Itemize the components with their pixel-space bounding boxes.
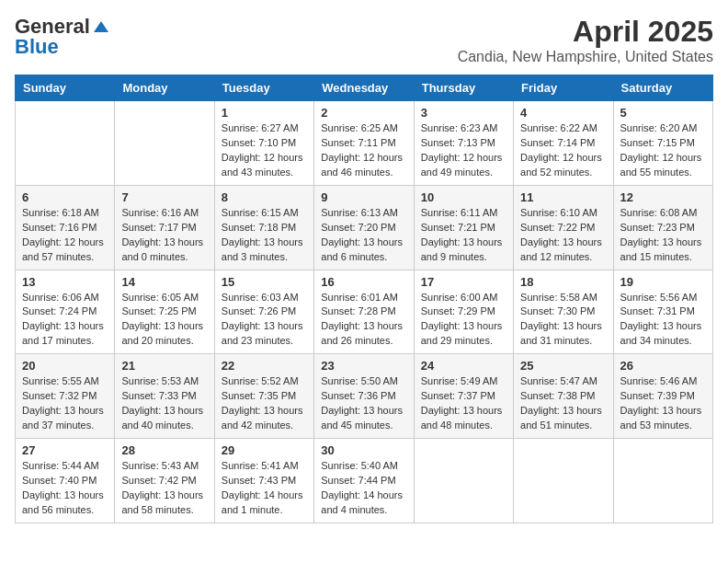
cell-content: Sunrise: 5:52 AMSunset: 7:35 PMDaylight:…	[222, 374, 307, 433]
calendar-cell: 5Sunrise: 6:20 AMSunset: 7:15 PMDaylight…	[613, 101, 712, 186]
cell-line: Daylight: 12 hours and 49 minutes.	[421, 151, 506, 180]
cell-content: Sunrise: 5:44 AMSunset: 7:40 PMDaylight:…	[22, 459, 108, 518]
cell-line: Sunrise: 6:23 AM	[421, 121, 506, 136]
day-number: 11	[520, 190, 606, 204]
cell-line: Sunset: 7:16 PM	[22, 221, 108, 236]
calendar-cell: 11Sunrise: 6:10 AMSunset: 7:22 PMDayligh…	[514, 185, 613, 270]
cell-line: Sunset: 7:14 PM	[520, 136, 606, 151]
day-number: 19	[620, 275, 706, 289]
day-number: 25	[520, 359, 606, 373]
day-number: 1	[222, 106, 307, 120]
day-number: 18	[520, 275, 606, 289]
cell-line: Sunrise: 6:08 AM	[620, 206, 706, 221]
cell-line: Daylight: 13 hours and 23 minutes.	[222, 319, 307, 349]
cell-line: Daylight: 13 hours and 53 minutes.	[620, 404, 706, 433]
day-number: 13	[22, 275, 108, 289]
calendar-cell	[613, 439, 712, 523]
cell-line: Daylight: 12 hours and 52 minutes.	[520, 151, 606, 180]
cell-content: Sunrise: 6:05 AMSunset: 7:25 PMDaylight:…	[121, 291, 207, 350]
cell-line: Sunset: 7:32 PM	[22, 389, 108, 404]
calendar-cell: 3Sunrise: 6:23 AMSunset: 7:13 PMDaylight…	[414, 101, 513, 186]
cell-line: Sunset: 7:28 PM	[321, 304, 406, 319]
cell-line: Sunset: 7:13 PM	[421, 136, 506, 151]
cell-content: Sunrise: 6:23 AMSunset: 7:13 PMDaylight:…	[421, 121, 506, 180]
cell-line: Daylight: 13 hours and 15 minutes.	[620, 236, 706, 265]
day-number: 10	[421, 190, 506, 204]
calendar-cell: 21Sunrise: 5:53 AMSunset: 7:33 PMDayligh…	[115, 354, 214, 439]
cell-line: Daylight: 12 hours and 43 minutes.	[222, 151, 307, 180]
cell-line: Daylight: 13 hours and 45 minutes.	[321, 404, 406, 433]
cell-line: Daylight: 13 hours and 31 minutes.	[520, 319, 606, 349]
calendar-cell: 30Sunrise: 5:40 AMSunset: 7:44 PMDayligh…	[314, 439, 414, 523]
day-number: 7	[121, 190, 207, 204]
day-number: 12	[620, 190, 706, 204]
cell-content: Sunrise: 5:53 AMSunset: 7:33 PMDaylight:…	[121, 374, 207, 433]
cell-line: Daylight: 13 hours and 34 minutes.	[620, 319, 706, 349]
day-number: 20	[22, 359, 108, 373]
cell-line: Sunset: 7:37 PM	[421, 389, 506, 404]
cell-line: Sunset: 7:35 PM	[222, 389, 307, 404]
day-number: 2	[321, 106, 406, 120]
cell-line: Sunset: 7:38 PM	[520, 389, 606, 404]
cell-line: Sunset: 7:11 PM	[321, 136, 406, 151]
cell-content: Sunrise: 5:43 AMSunset: 7:42 PMDaylight:…	[121, 459, 207, 518]
page-subtitle: Candia, New Hampshire, United States	[458, 49, 713, 65]
cell-line: Sunrise: 5:43 AM	[121, 459, 207, 474]
cell-line: Sunrise: 5:52 AM	[222, 374, 307, 389]
day-number: 17	[421, 275, 506, 289]
cell-line: Sunrise: 5:53 AM	[121, 374, 207, 389]
cell-line: Daylight: 13 hours and 29 minutes.	[421, 319, 506, 349]
calendar-cell: 13Sunrise: 6:06 AMSunset: 7:24 PMDayligh…	[16, 270, 115, 354]
cell-content: Sunrise: 6:01 AMSunset: 7:28 PMDaylight:…	[321, 291, 406, 350]
calendar-cell: 25Sunrise: 5:47 AMSunset: 7:38 PMDayligh…	[514, 354, 613, 439]
cell-line: Sunrise: 5:41 AM	[222, 459, 307, 474]
weekday-header: Thursday	[414, 75, 513, 101]
title-block: April 2025 Candia, New Hampshire, United…	[458, 15, 713, 65]
calendar-cell: 15Sunrise: 6:03 AMSunset: 7:26 PMDayligh…	[214, 270, 313, 354]
cell-content: Sunrise: 5:40 AMSunset: 7:44 PMDaylight:…	[321, 459, 406, 518]
cell-line: Sunset: 7:42 PM	[121, 474, 207, 488]
page-header: General Blue April 2025 Candia, New Hamp…	[15, 15, 713, 65]
cell-content: Sunrise: 5:41 AMSunset: 7:43 PMDaylight:…	[222, 459, 307, 518]
cell-line: Sunrise: 5:47 AM	[520, 374, 606, 389]
day-number: 26	[620, 359, 706, 373]
calendar-cell: 2Sunrise: 6:25 AMSunset: 7:11 PMDaylight…	[314, 101, 414, 186]
day-number: 30	[321, 443, 406, 457]
cell-content: Sunrise: 6:03 AMSunset: 7:26 PMDaylight:…	[222, 291, 307, 350]
calendar-cell: 29Sunrise: 5:41 AMSunset: 7:43 PMDayligh…	[214, 439, 313, 523]
weekday-header: Sunday	[16, 75, 115, 101]
logo: General Blue	[15, 15, 110, 59]
cell-line: Sunrise: 6:18 AM	[22, 206, 108, 221]
cell-line: Sunset: 7:29 PM	[421, 304, 506, 319]
cell-content: Sunrise: 6:18 AMSunset: 7:16 PMDaylight:…	[22, 206, 108, 265]
calendar-cell: 24Sunrise: 5:49 AMSunset: 7:37 PMDayligh…	[414, 354, 513, 439]
cell-line: Daylight: 13 hours and 17 minutes.	[22, 319, 108, 349]
cell-line: Daylight: 13 hours and 3 minutes.	[222, 236, 307, 265]
cell-line: Sunset: 7:30 PM	[520, 304, 606, 319]
day-number: 5	[620, 106, 706, 120]
cell-line: Daylight: 13 hours and 58 minutes.	[121, 488, 207, 518]
cell-content: Sunrise: 6:00 AMSunset: 7:29 PMDaylight:…	[421, 291, 506, 350]
cell-content: Sunrise: 6:08 AMSunset: 7:23 PMDaylight:…	[620, 206, 706, 265]
cell-line: Sunrise: 6:25 AM	[321, 121, 406, 136]
calendar-cell	[414, 439, 513, 523]
page-title: April 2025	[458, 15, 713, 49]
calendar-week-row: 1Sunrise: 6:27 AMSunset: 7:10 PMDaylight…	[16, 101, 713, 186]
cell-content: Sunrise: 6:27 AMSunset: 7:10 PMDaylight:…	[222, 121, 307, 180]
calendar-cell: 27Sunrise: 5:44 AMSunset: 7:40 PMDayligh…	[16, 439, 115, 523]
calendar-cell	[115, 101, 214, 186]
cell-line: Daylight: 13 hours and 48 minutes.	[421, 404, 506, 433]
calendar-cell	[514, 439, 613, 523]
cell-line: Sunset: 7:40 PM	[22, 474, 108, 488]
calendar-cell: 8Sunrise: 6:15 AMSunset: 7:18 PMDaylight…	[214, 185, 313, 270]
calendar-week-row: 27Sunrise: 5:44 AMSunset: 7:40 PMDayligh…	[16, 439, 713, 523]
calendar-cell: 19Sunrise: 5:56 AMSunset: 7:31 PMDayligh…	[613, 270, 712, 354]
cell-line: Sunrise: 6:00 AM	[421, 291, 506, 305]
cell-line: Sunset: 7:24 PM	[22, 304, 108, 319]
cell-line: Daylight: 13 hours and 37 minutes.	[22, 404, 108, 433]
cell-line: Sunrise: 5:44 AM	[22, 459, 108, 474]
cell-line: Sunrise: 6:06 AM	[22, 291, 108, 305]
cell-content: Sunrise: 5:47 AMSunset: 7:38 PMDaylight:…	[520, 374, 606, 433]
cell-line: Sunset: 7:25 PM	[121, 304, 207, 319]
cell-content: Sunrise: 6:20 AMSunset: 7:15 PMDaylight:…	[620, 121, 706, 180]
